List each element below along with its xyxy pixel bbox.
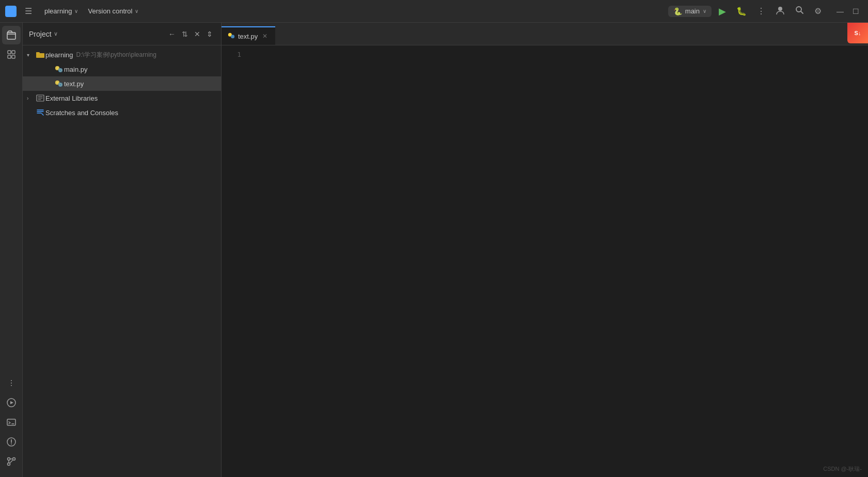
svg-rect-14 <box>7 419 15 425</box>
text-py-icon <box>54 80 64 88</box>
settings-button[interactable]: ⚙ <box>811 4 825 18</box>
minimize-button[interactable]: — <box>833 4 847 19</box>
sidebar-icon-run[interactable] <box>2 393 21 412</box>
title-bar-right: 🐍 main ∨ ▶ 🐛 ⋮ ⚙ — ☐ <box>668 4 863 19</box>
svg-point-22 <box>56 67 59 70</box>
project-panel-title: Project ∨ <box>29 30 162 38</box>
svg-rect-8 <box>8 51 11 54</box>
run-config-chevron: ∨ <box>703 8 706 14</box>
tree-item-main-py[interactable]: main.py <box>23 62 221 76</box>
project-tree: ▾ plearning D:\学习案例\python\plearning <box>23 45 221 477</box>
plearning-chevron: ∨ <box>74 8 78 14</box>
run-config-name: main <box>685 7 700 15</box>
svg-point-19 <box>7 463 10 466</box>
svg-point-26 <box>56 82 59 84</box>
tree-item-text-py[interactable]: text.py <box>23 76 221 91</box>
hamburger-icon[interactable]: ☰ <box>23 4 34 18</box>
panel-collapse-icon[interactable]: ← <box>166 29 178 39</box>
panel-sort-icon[interactable]: ⇅ <box>180 29 190 39</box>
plearning-path: D:\学习案例\python\plearning <box>76 51 156 59</box>
app-icon <box>5 6 17 17</box>
tab-text-py[interactable]: text.py ✕ <box>222 26 275 45</box>
editor-content: 1 <box>222 45 868 477</box>
tree-item-scratches[interactable]: Scratches and Consoles <box>23 105 221 120</box>
editor-area: text.py ✕ ⋮ 1 S↓ CSDN @-耿瑞- <box>222 23 868 477</box>
svg-rect-0 <box>7 8 10 11</box>
plearning-label: plearning <box>45 51 73 59</box>
svg-rect-11 <box>12 55 15 58</box>
line-number-1: 1 <box>222 50 241 60</box>
scratches-icon <box>35 109 45 116</box>
svg-point-23 <box>59 69 62 72</box>
svg-rect-3 <box>11 12 14 15</box>
sidebar-icon-problems[interactable] <box>2 433 21 451</box>
plearning-chevron-icon: ▾ <box>27 52 35 58</box>
tree-item-plearning[interactable]: ▾ plearning D:\学习案例\python\plearning <box>23 47 221 62</box>
svg-point-4 <box>778 7 782 11</box>
version-control-chevron: ∨ <box>135 8 138 14</box>
ext-libs-label: External Libraries <box>45 94 98 102</box>
tab-text-py-icon <box>228 32 235 41</box>
csdn-badge: S↓ <box>847 23 868 43</box>
panel-close-icon[interactable]: ✕ <box>192 29 202 39</box>
run-button[interactable]: ▶ <box>716 4 729 19</box>
more-options-button[interactable]: ⋮ <box>754 4 768 18</box>
folder-icon <box>35 51 45 58</box>
svg-point-17 <box>7 458 10 460</box>
tree-item-external-libs[interactable]: › External Libraries <box>23 91 221 105</box>
code-area[interactable] <box>247 45 868 477</box>
sidebar-icon-project[interactable] <box>2 26 21 44</box>
tab-close-text-py[interactable]: ✕ <box>261 32 269 40</box>
ext-libs-icon <box>35 94 45 102</box>
svg-point-18 <box>12 458 15 460</box>
title-menu: plearning ∨ Version control ∨ <box>40 5 143 17</box>
maximize-button[interactable]: ☐ <box>848 4 863 19</box>
run-config[interactable]: 🐍 main ∨ <box>668 6 712 17</box>
watermark: CSDN @-耿瑞- <box>823 465 862 473</box>
svg-rect-10 <box>8 55 11 58</box>
version-control-menu[interactable]: Version control ∨ <box>84 5 143 17</box>
tab-text-py-label: text.py <box>238 33 258 40</box>
svg-marker-13 <box>10 401 13 404</box>
debug-button[interactable]: 🐛 <box>733 4 750 18</box>
main-content: ⋯ <box>0 23 868 477</box>
main-py-label: main.py <box>64 66 88 73</box>
search-header-button[interactable] <box>792 4 807 19</box>
title-bar-left: ☰ plearning ∨ Version control ∨ <box>5 4 668 18</box>
svg-line-6 <box>801 11 803 13</box>
svg-point-16 <box>11 443 12 444</box>
ext-libs-chevron: › <box>27 96 35 101</box>
editor-tabs: text.py ✕ ⋮ <box>222 23 868 45</box>
plearning-menu[interactable]: plearning ∨ <box>40 5 82 17</box>
svg-rect-7 <box>7 33 15 39</box>
window-controls: — ☐ <box>833 4 863 19</box>
sidebar-icon-bookmarks[interactable] <box>2 45 21 64</box>
project-panel: Project ∨ ← ⇅ ✕ ⇕ ▾ plearning D:\学习案例\ <box>23 23 222 477</box>
svg-point-27 <box>59 84 62 86</box>
svg-rect-9 <box>12 51 15 54</box>
panel-header-icons: ← ⇅ ✕ ⇕ <box>166 29 215 39</box>
text-py-label: text.py <box>64 80 84 88</box>
main-py-icon <box>54 65 64 73</box>
project-panel-header: Project ∨ ← ⇅ ✕ ⇕ <box>23 23 221 45</box>
svg-point-30 <box>231 35 234 38</box>
title-bar: ☰ plearning ∨ Version control ∨ 🐍 main ∨… <box>0 0 868 23</box>
line-numbers: 1 <box>222 45 247 477</box>
sidebar-icons: ⋯ <box>0 23 23 477</box>
sidebar-icon-dots[interactable]: ⋯ <box>2 374 21 392</box>
svg-rect-2 <box>7 12 10 15</box>
panel-gear-icon[interactable]: ⇕ <box>204 29 215 39</box>
profile-button[interactable] <box>772 4 788 19</box>
scratches-label: Scratches and Consoles <box>45 109 118 117</box>
sidebar-icon-git[interactable] <box>2 452 21 471</box>
project-title-chevron: ∨ <box>54 30 58 37</box>
sidebar-icon-terminal[interactable] <box>2 413 21 432</box>
svg-rect-1 <box>11 8 14 11</box>
